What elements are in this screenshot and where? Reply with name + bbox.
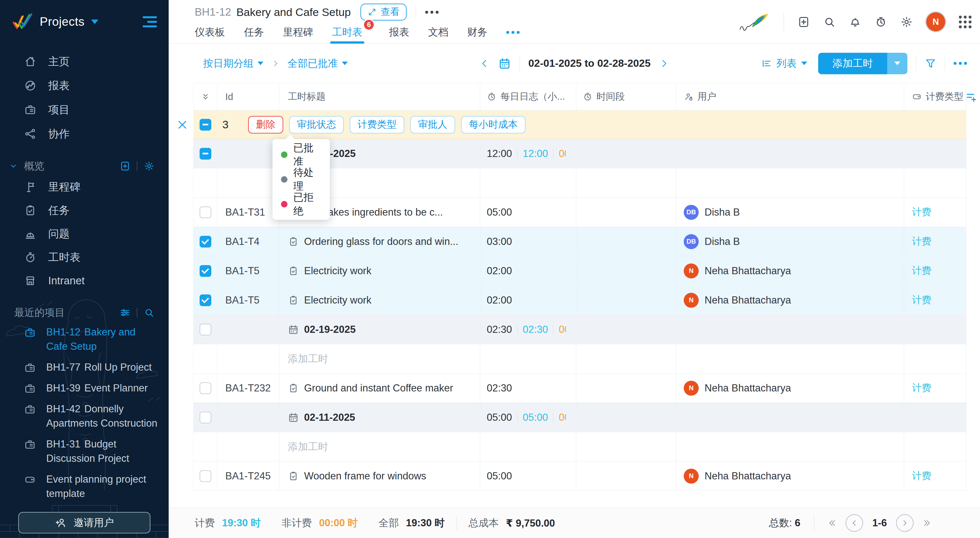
approval-filter-dropdown[interactable]: 全部已批准 <box>288 57 348 70</box>
table-row[interactable]: BA1-T5 Electricity work 02:00 NNeha Bhat… <box>193 256 966 286</box>
table-row[interactable]: BA1-T5 Electricity work 02:00 NNeha Bhat… <box>193 286 966 315</box>
group-checkbox[interactable] <box>200 324 211 336</box>
tab-tasks[interactable]: 任务 <box>244 21 264 44</box>
search-icon[interactable] <box>144 307 154 318</box>
row-checkbox[interactable] <box>200 236 211 248</box>
task-title[interactable]: Electricity work <box>304 294 371 306</box>
close-selection-icon[interactable] <box>177 119 188 131</box>
sidebar-collapse-button[interactable] <box>143 16 157 27</box>
add-timelog-row[interactable]: 添加工时 <box>193 432 966 462</box>
table-row[interactable]: BA1-T4 Ordering glass for doors and win.… <box>193 227 966 256</box>
sidebar-item-projects[interactable]: 项目 <box>0 98 169 122</box>
calendar-icon[interactable] <box>498 57 511 70</box>
group-checkbox[interactable] <box>200 148 211 159</box>
sidebar-item-reports[interactable]: 报表 <box>0 73 169 98</box>
chevron-down-icon[interactable] <box>9 162 18 170</box>
row-checkbox[interactable] <box>200 265 211 277</box>
add-column-icon[interactable] <box>965 91 978 103</box>
table-group-row[interactable]: 02-11-2025 05:0005:0000:00 <box>193 403 966 432</box>
filter-sliders-icon[interactable] <box>120 307 130 318</box>
notifications-bell-icon[interactable] <box>849 16 861 28</box>
column-header-billing-type[interactable]: 计费类型 <box>926 90 963 103</box>
apps-grid-icon[interactable] <box>959 16 972 28</box>
column-header-user[interactable]: 用户 <box>697 90 716 103</box>
billing-type[interactable]: 计费 <box>912 293 931 307</box>
project-item-bh1-42[interactable]: BH1-42Donnelly Apartments Construction <box>0 399 169 434</box>
settings-gear-icon[interactable] <box>900 16 913 28</box>
column-header-id[interactable]: Id <box>225 92 233 102</box>
next-page-button[interactable] <box>896 514 913 532</box>
search-icon[interactable] <box>823 16 835 28</box>
project-item-bh1-39[interactable]: BH1-39Event Planner <box>0 378 169 399</box>
sidebar-item-issues[interactable]: 问题 <box>0 222 169 245</box>
column-header-daily-log[interactable]: 每日日志（小... <box>500 90 565 103</box>
dropdown-option-rejected[interactable]: 已拒绝 <box>272 192 330 216</box>
dropdown-option-pending[interactable]: 待处理 <box>272 167 330 192</box>
last-page-icon[interactable] <box>923 519 931 527</box>
add-timelog-button[interactable]: 添加工时 <box>818 53 887 74</box>
task-title[interactable]: Electricity work <box>304 265 371 277</box>
add-timelog-placeholder[interactable]: 添加工时 <box>288 440 328 454</box>
prev-period-button[interactable] <box>479 58 490 69</box>
prev-page-button[interactable] <box>846 514 863 532</box>
quick-add-icon[interactable] <box>798 16 810 28</box>
table-group-row[interactable]: 02-19-2025 02:3002:3000:00 <box>193 315 966 344</box>
column-header-time-range[interactable]: 时间段 <box>597 90 625 103</box>
project-item-template[interactable]: Event planning project template <box>0 469 169 504</box>
row-checkbox[interactable] <box>200 382 211 394</box>
select-all-checkbox[interactable] <box>200 119 211 131</box>
collapse-all-icon[interactable] <box>200 92 210 102</box>
view-button[interactable]: 查看 <box>360 3 407 21</box>
header-more-button[interactable] <box>425 11 439 14</box>
sidebar-item-milestones[interactable]: 里程碑 <box>0 175 169 199</box>
tab-documents[interactable]: 文档 <box>428 21 448 44</box>
sidebar-item-tasks[interactable]: 任务 <box>0 199 169 222</box>
billing-type[interactable]: 计费 <box>912 381 931 395</box>
add-timelog-dropdown-button[interactable] <box>887 53 907 74</box>
row-checkbox[interactable] <box>200 294 211 306</box>
project-item-bh1-77[interactable]: BH1-77Roll Up Project <box>0 357 169 378</box>
add-section-icon[interactable] <box>120 161 130 171</box>
tab-reports[interactable]: 报表 <box>389 21 409 44</box>
billing-type[interactable]: 计费 <box>912 264 931 277</box>
sidebar-item-intranet[interactable]: Intranet <box>0 269 169 293</box>
date-range-label[interactable]: 02-01-2025 to 02-28-2025 <box>528 57 651 69</box>
add-timelog-row[interactable]: 添加工时 <box>193 344 966 374</box>
billing-type[interactable]: 计费 <box>912 469 931 482</box>
sidebar-item-collaboration[interactable]: 协作 <box>0 122 169 146</box>
row-checkbox[interactable] <box>200 470 211 482</box>
billing-type[interactable]: 计费 <box>912 205 931 219</box>
sidebar-item-home[interactable]: 主页 <box>0 49 169 73</box>
next-period-button[interactable] <box>659 58 670 69</box>
app-switcher-caret-icon[interactable] <box>91 19 98 28</box>
table-row[interactable]: BA1-T232 Ground and instant Coffee maker… <box>193 374 966 403</box>
tabs-more-button[interactable] <box>506 31 520 34</box>
tab-finance[interactable]: 财务 <box>467 21 487 44</box>
row-checkbox[interactable] <box>200 207 211 218</box>
billing-type[interactable]: 计费 <box>912 235 931 248</box>
invite-users-button[interactable]: 邀请用户 <box>18 512 150 533</box>
project-item-bh1-31[interactable]: BH1-31Budget Discussion Project <box>0 434 169 469</box>
task-title[interactable]: Wooden frame for windows <box>304 470 426 482</box>
group-by-dropdown[interactable]: 按日期分组 <box>203 57 263 70</box>
gear-icon[interactable] <box>144 161 154 171</box>
billing-type-button[interactable]: 计费类型 <box>350 116 404 134</box>
toolbar-more-button[interactable] <box>954 62 967 65</box>
add-timelog-placeholder[interactable]: 添加工时 <box>288 352 328 366</box>
approver-button[interactable]: 审批人 <box>410 116 455 134</box>
task-title[interactable]: Ground and instant Coffee maker <box>304 382 453 394</box>
hourly-cost-button[interactable]: 每小时成本 <box>461 116 525 134</box>
approval-status-button[interactable]: 审批状态 <box>289 116 344 134</box>
tab-dashboard[interactable]: 仪表板 <box>195 21 225 44</box>
task-title[interactable]: Ordering glass for doors and win... <box>304 236 458 248</box>
filter-funnel-icon[interactable] <box>925 58 936 69</box>
user-avatar[interactable]: N <box>926 13 945 31</box>
view-mode-dropdown[interactable]: 列表 <box>761 57 807 70</box>
project-item-bh1-12[interactable]: BH1-12Bakery and Cafe Setup <box>0 322 169 357</box>
dropdown-option-approved[interactable]: 已批准 <box>272 142 330 167</box>
group-checkbox[interactable] <box>200 412 211 423</box>
column-header-title[interactable]: 工时标题 <box>288 90 326 103</box>
tab-milestones[interactable]: 里程碑 <box>283 21 313 44</box>
tab-timesheets[interactable]: 工时表6 <box>332 21 363 44</box>
timer-clock-icon[interactable] <box>875 16 887 28</box>
